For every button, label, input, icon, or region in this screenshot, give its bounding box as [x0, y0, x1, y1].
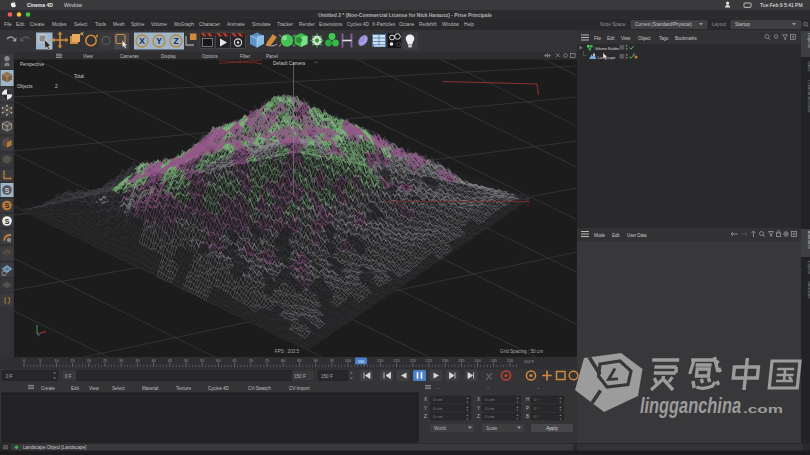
svg-text:Mode: Mode: [594, 233, 605, 238]
svg-text:Select: Select: [74, 22, 88, 27]
svg-text:S: S: [5, 187, 10, 194]
svg-text:CV-Import: CV-Import: [289, 386, 310, 391]
svg-text:Scale: Scale: [486, 426, 498, 431]
svg-text:User Data: User Data: [627, 233, 647, 238]
svg-text:Z: Z: [477, 414, 480, 419]
svg-text:55: 55: [200, 359, 204, 363]
svg-text:85: 85: [297, 359, 301, 363]
svg-text:110: 110: [377, 359, 383, 363]
svg-text:Select: Select: [112, 386, 125, 391]
svg-text:0 °: 0 °: [534, 414, 540, 419]
svg-text:Cameras: Cameras: [120, 54, 139, 59]
svg-text:Apply: Apply: [546, 426, 558, 431]
svg-text:Redshift: Redshift: [419, 22, 437, 27]
svg-text:S: S: [5, 202, 10, 209]
svg-text:90: 90: [313, 359, 317, 363]
svg-text:Window: Window: [442, 22, 460, 27]
svg-text:▼: ▼: [559, 408, 562, 412]
svg-text:0 cm: 0 cm: [433, 406, 443, 411]
svg-text:↑°: ↑°: [314, 61, 318, 65]
svg-text:X: X: [477, 397, 480, 402]
svg-text:Cycles 4D: Cycles 4D: [208, 386, 230, 391]
svg-text:Node Space:: Node Space:: [600, 22, 627, 27]
svg-text:35: 35: [135, 359, 139, 363]
svg-text:Edit: Edit: [71, 386, 80, 391]
svg-text:145: 145: [491, 359, 497, 363]
svg-text:Tags: Tags: [659, 36, 669, 41]
svg-text:10: 10: [54, 359, 58, 363]
svg-text:115: 115: [394, 359, 400, 363]
svg-text:Help: Help: [464, 22, 474, 27]
svg-text:.com: .com: [743, 403, 783, 415]
svg-text:▼: ▼: [516, 400, 519, 404]
svg-text:lingganchina: lingganchina: [640, 393, 741, 418]
svg-text:125: 125: [426, 359, 432, 363]
svg-text:20: 20: [87, 359, 91, 363]
svg-text:View: View: [89, 386, 100, 391]
svg-text:45: 45: [168, 359, 172, 363]
svg-text:–: –: [487, 386, 490, 391]
svg-text:0 F: 0 F: [6, 374, 13, 379]
svg-text:Create: Create: [41, 386, 55, 391]
svg-text:95: 95: [330, 359, 334, 363]
svg-text:60: 60: [216, 359, 220, 363]
svg-text:0 cm: 0 cm: [433, 414, 443, 419]
svg-text:H: H: [526, 397, 529, 402]
svg-text:Volume Builder: Volume Builder: [595, 46, 620, 51]
svg-text:▼: ▼: [466, 400, 469, 404]
svg-text:▼: ▼: [466, 408, 469, 412]
svg-text:40: 40: [151, 359, 155, 363]
svg-text:0 cm: 0 cm: [485, 406, 495, 411]
svg-text:Startup: Startup: [735, 22, 750, 27]
svg-text:Grid Spacing : 50 cm: Grid Spacing : 50 cm: [500, 349, 543, 354]
svg-text:▼: ▼: [466, 417, 469, 421]
svg-text:Edit: Edit: [612, 233, 620, 238]
svg-text:100: 100: [358, 360, 364, 364]
svg-text:150 F: 150 F: [321, 374, 333, 379]
svg-text:0 cm: 0 cm: [485, 397, 495, 402]
svg-text:Bookmarks: Bookmarks: [675, 36, 697, 41]
svg-text:Material: Material: [142, 386, 158, 391]
svg-text:▼: ▼: [559, 400, 562, 404]
svg-text:File: File: [594, 36, 601, 41]
svg-text:Y: Y: [156, 36, 162, 46]
svg-text:–: –: [437, 386, 440, 391]
svg-text:Cycles 4D: Cycles 4D: [347, 22, 369, 27]
svg-text:View: View: [621, 36, 631, 41]
svg-text:Extensions: Extensions: [319, 22, 343, 27]
svg-text:▼: ▼: [516, 408, 519, 412]
svg-text:CV-Swatch: CV-Swatch: [248, 386, 271, 391]
svg-text:Tools: Tools: [95, 22, 107, 27]
svg-text:World: World: [434, 426, 446, 431]
svg-text:152 F: 152 F: [524, 359, 535, 364]
svg-text:Texture: Texture: [176, 386, 192, 391]
svg-text:130: 130: [442, 359, 448, 363]
svg-text:Perspective: Perspective: [20, 62, 44, 67]
svg-text:50: 50: [184, 359, 188, 363]
svg-text:Current (Standard/Physical): Current (Standard/Physical): [635, 22, 692, 27]
svg-text:Render: Render: [299, 22, 315, 27]
svg-text:0 cm: 0 cm: [433, 397, 443, 402]
svg-text:File: File: [4, 22, 12, 27]
svg-text:0 °: 0 °: [534, 397, 540, 402]
svg-text:2: 2: [55, 84, 58, 89]
svg-text:Attributes: Attributes: [807, 231, 810, 250]
svg-text:15: 15: [70, 359, 74, 363]
svg-text:65: 65: [232, 359, 236, 363]
svg-text:Volume: Volume: [151, 22, 167, 27]
svg-text:100: 100: [345, 359, 351, 363]
svg-text:120: 120: [410, 359, 416, 363]
svg-text:135: 135: [458, 359, 464, 363]
svg-text:Modes: Modes: [52, 22, 67, 27]
svg-text:Tue Feb 9 5:41 PM: Tue Feb 9 5:41 PM: [760, 2, 803, 8]
svg-text:View: View: [83, 54, 94, 59]
svg-text:▼: ▼: [516, 417, 519, 421]
svg-text:Y: Y: [477, 406, 480, 411]
svg-text:30: 30: [119, 359, 123, 363]
svg-text:Octane: Octane: [399, 22, 415, 27]
svg-text:L: L: [3, 272, 5, 276]
svg-text:80: 80: [281, 359, 285, 363]
svg-text:Z: Z: [424, 414, 427, 419]
svg-text:140: 140: [474, 359, 480, 363]
svg-text:Mesh: Mesh: [113, 22, 125, 27]
